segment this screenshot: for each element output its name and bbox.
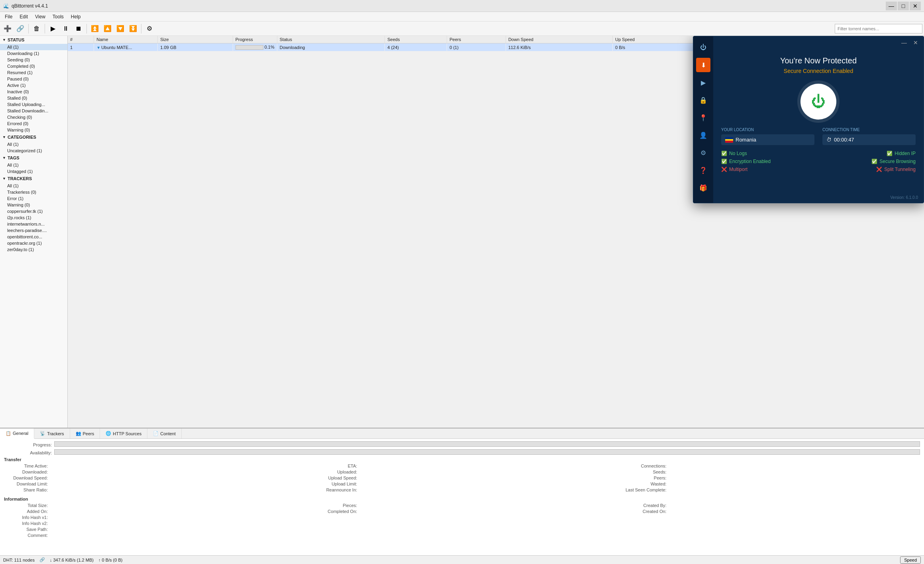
add-magnet-button[interactable]: 🔗 xyxy=(14,23,26,34)
stop-button[interactable]: ⏹ xyxy=(73,23,84,34)
vpn-download-btn[interactable]: ⬇ xyxy=(696,58,710,72)
sidebar-item-stalled-downloading[interactable]: Stalled Downloadin... xyxy=(0,108,67,114)
sidebar-item-all[interactable]: All (1) xyxy=(0,44,67,50)
pause-button[interactable]: ⏸ xyxy=(60,23,72,34)
sidebar-item-tracker-warning[interactable]: Warning (0) xyxy=(0,202,67,208)
tags-section-label: TAGS xyxy=(8,155,20,160)
vpn-power-button[interactable]: ⏻ xyxy=(800,84,836,120)
col-progress[interactable]: Progress xyxy=(233,36,277,43)
sidebar-item-internetwarriors[interactable]: internetwarriors.n... xyxy=(0,221,67,227)
sidebar-item-uncategorized[interactable]: Uncategorized (1) xyxy=(0,147,67,154)
menu-file[interactable]: File xyxy=(2,12,16,22)
vpn-title-bar: — ✕ xyxy=(899,39,920,47)
vpn-location-box[interactable]: Romania xyxy=(721,134,814,145)
menu-tools[interactable]: Tools xyxy=(49,12,67,22)
remove-button[interactable]: 🗑 xyxy=(31,23,43,34)
sidebar-item-i2p[interactable]: i2p.rocks (1) xyxy=(0,214,67,221)
priority-down-button[interactable]: 🔽 xyxy=(114,23,126,34)
created-by-label: Created By: xyxy=(623,503,667,508)
sidebar-tags-header[interactable]: ▼ TAGS xyxy=(0,154,67,162)
sidebar-item-opentrackr[interactable]: opentrackr.org (1) xyxy=(0,240,67,246)
priority-bottom-button[interactable]: ⏬ xyxy=(127,23,139,34)
col-peers[interactable]: Peers xyxy=(447,36,506,43)
options-button[interactable]: ⚙ xyxy=(143,23,155,34)
sidebar-item-errored[interactable]: Errored (0) xyxy=(0,120,67,127)
sidebar-item-tags-all[interactable]: All (1) xyxy=(0,162,67,168)
time-active-label: Time Active: xyxy=(4,464,48,468)
menu-edit[interactable]: Edit xyxy=(16,12,31,22)
transfer-row-up-limit: Upload Limit: xyxy=(313,481,610,486)
menu-view[interactable]: View xyxy=(32,12,49,22)
sidebar-item-checking[interactable]: Checking (0) xyxy=(0,114,67,120)
wasted-label: Wasted: xyxy=(623,481,667,486)
toolbar: ➕ 🔗 🗑 ▶ ⏸ ⏹ ⏫ 🔼 🔽 ⏬ ⚙ xyxy=(0,22,924,36)
title-bar: 🌊 qBittorrent v4.4.1 — □ ✕ xyxy=(0,0,924,12)
transfer-row-eta: ETA: xyxy=(313,464,610,468)
col-seeds[interactable]: Seeds xyxy=(385,36,447,43)
tab-http-sources[interactable]: 🌐 HTTP Sources xyxy=(100,428,147,438)
speed-button[interactable]: Speed xyxy=(900,556,921,564)
sidebar-item-zer0day[interactable]: zer0day.to (1) xyxy=(0,246,67,253)
sidebar-trackers-header[interactable]: ▼ TRACKERS xyxy=(0,175,67,183)
dl-speed-status: ↓ 347.6 KiB/s (1.2 MB) xyxy=(50,558,94,562)
priority-up-button[interactable]: 🔼 xyxy=(102,23,114,34)
vpn-secure-label: Secure Connection Enabled xyxy=(784,68,853,74)
sidebar-item-downloading[interactable]: Downloading (1) xyxy=(0,50,67,57)
content-icon: 📄 xyxy=(153,431,159,436)
transfer-section-title: Transfer xyxy=(4,457,920,462)
sidebar-item-openbittorent[interactable]: openbittorent.co... xyxy=(0,234,67,240)
close-button[interactable]: ✕ xyxy=(910,2,921,10)
sidebar-item-paused[interactable]: Paused (0) xyxy=(0,76,67,82)
vpn-close-button[interactable]: ✕ xyxy=(911,39,920,47)
priority-top-button[interactable]: ⏫ xyxy=(89,23,101,34)
col-down-speed[interactable]: Down Speed xyxy=(506,36,612,43)
transfer-row-down-speed: Download Speed: xyxy=(4,476,301,480)
sidebar-categories-header[interactable]: ▼ CATEGORIES xyxy=(0,133,67,141)
col-size[interactable]: Size xyxy=(158,36,233,43)
resume-button[interactable]: ▶ xyxy=(47,23,59,34)
vpn-check-icon: ✅ xyxy=(887,151,893,156)
vpn-help-btn[interactable]: ❓ xyxy=(696,163,710,177)
vpn-power-icon: ⏻ xyxy=(811,93,826,110)
sidebar-item-untagged[interactable]: Untagged (1) xyxy=(0,168,67,175)
tab-general[interactable]: 📋 General xyxy=(0,428,34,439)
tab-trackers[interactable]: 📡 Trackers xyxy=(34,428,70,438)
sidebar-item-tracker-error[interactable]: Error (1) xyxy=(0,195,67,202)
sidebar-item-warning[interactable]: Warning (0) xyxy=(0,127,67,133)
col-name[interactable]: Name xyxy=(94,36,158,43)
col-up-speed[interactable]: Up Speed xyxy=(612,36,700,43)
vpn-user-btn[interactable]: 👤 xyxy=(696,128,710,142)
sidebar-item-completed[interactable]: Completed (0) xyxy=(0,63,67,69)
vpn-gift-btn[interactable]: 🎁 xyxy=(696,181,710,195)
sidebar-item-resumed[interactable]: Resumed (1) xyxy=(0,69,67,76)
sidebar-item-inactive[interactable]: Inactive (0) xyxy=(0,88,67,95)
col-status[interactable]: Status xyxy=(277,36,385,43)
search-input[interactable] xyxy=(835,24,922,33)
information-section-title: Information xyxy=(4,497,920,501)
vpn-settings-btn[interactable]: ⚙ xyxy=(696,145,710,160)
sidebar-item-stalled-uploading[interactable]: Stalled Uploading... xyxy=(0,101,67,108)
vpn-protected-label: You're Now Protected xyxy=(780,56,857,65)
sidebar-item-coppersurfer[interactable]: coppersurfer.tk (1) xyxy=(0,208,67,214)
tab-content[interactable]: 📄 Content xyxy=(147,428,182,438)
tab-peers[interactable]: 👥 Peers xyxy=(70,428,100,438)
sidebar-item-categories-all[interactable]: All (1) xyxy=(0,141,67,147)
vpn-power-sidebar-btn[interactable]: ⏻ xyxy=(696,40,710,55)
sidebar-item-trackerless[interactable]: Trackerless (0) xyxy=(0,189,67,195)
maximize-button[interactable]: □ xyxy=(898,2,909,10)
sidebar-item-leechers[interactable]: leechers-paradise.... xyxy=(0,227,67,234)
info-row-created-on: Created On: xyxy=(623,509,920,514)
menu-help[interactable]: Help xyxy=(68,12,84,22)
sidebar-item-stalled[interactable]: Stalled (0) xyxy=(0,95,67,101)
sidebar-status-header[interactable]: ▼ STATUS xyxy=(0,36,67,44)
vpn-location-btn[interactable]: 📍 xyxy=(696,110,710,125)
vpn-play-btn[interactable]: ▶ xyxy=(696,75,710,90)
sidebar-item-trackers-all[interactable]: All (1) xyxy=(0,183,67,189)
vpn-lock-btn[interactable]: 🔒 xyxy=(696,93,710,107)
col-num[interactable]: # xyxy=(68,36,94,43)
sidebar-item-seeding[interactable]: Seeding (0) xyxy=(0,57,67,63)
vpn-minimize-button[interactable]: — xyxy=(899,39,909,47)
add-torrent-button[interactable]: ➕ xyxy=(2,23,14,34)
minimize-button[interactable]: — xyxy=(886,2,897,10)
sidebar-item-active[interactable]: Active (1) xyxy=(0,82,67,88)
